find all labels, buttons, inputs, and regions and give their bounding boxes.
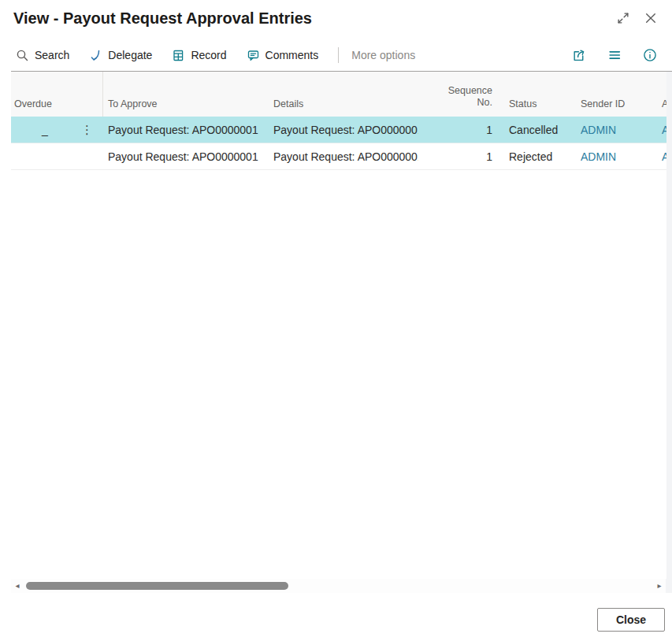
cell-overdue: _ ⋮ xyxy=(11,117,103,143)
column-header-to-approve[interactable]: To Approve xyxy=(103,72,269,117)
page-title: View - Payout Request Approval Entries xyxy=(13,9,616,28)
info-icon xyxy=(643,48,657,62)
column-header-sequence-no[interactable]: Sequence No. xyxy=(418,72,497,117)
cell-details: Payout Request: APO0000001 xyxy=(269,143,418,169)
record-button[interactable]: Record xyxy=(172,49,226,62)
dialog-title-bar: View - Payout Request Approval Entries xyxy=(0,0,672,36)
share-button[interactable] xyxy=(572,48,586,62)
overdue-value: _ xyxy=(42,124,48,136)
list-icon xyxy=(607,48,622,62)
search-icon xyxy=(16,49,29,62)
list-view-button[interactable] xyxy=(607,48,622,62)
cell-sender-id-link[interactable]: ADMIN xyxy=(576,143,657,169)
more-options-button[interactable]: More options xyxy=(351,49,415,61)
dialog-footer: Close xyxy=(0,593,672,641)
scroll-left-button[interactable]: ◂ xyxy=(11,579,24,593)
cell-sequence-no: 1 xyxy=(418,143,497,169)
table-row[interactable]: _ ⋮ Payout Request: APO0000001 Payout Re… xyxy=(11,117,672,143)
table-header-row: Overdue To Approve Details Sequence No. … xyxy=(11,72,672,117)
record-label: Record xyxy=(191,49,226,61)
cell-sequence-no: 1 xyxy=(418,117,497,143)
close-window-button[interactable] xyxy=(644,11,658,25)
info-button[interactable] xyxy=(643,48,657,62)
cell-details: Payout Request: APO0000001 xyxy=(269,117,418,143)
column-header-status[interactable]: Status xyxy=(497,72,576,117)
search-label: Search xyxy=(35,49,69,61)
close-button[interactable]: Close xyxy=(597,608,665,632)
cell-status: Rejected xyxy=(497,143,576,169)
approval-entries-table: Overdue To Approve Details Sequence No. … xyxy=(11,72,672,170)
scroll-right-button[interactable]: ▸ xyxy=(653,579,666,593)
cell-to-approve: Payout Request: APO0000001 xyxy=(103,143,269,169)
cell-overdue xyxy=(11,143,103,169)
comments-icon xyxy=(247,49,260,62)
toolbar-divider xyxy=(338,47,339,63)
column-header-sender-id[interactable]: Sender ID xyxy=(576,72,657,117)
column-header-details[interactable]: Details xyxy=(269,72,418,117)
horizontal-scrollbar[interactable]: ◂ ▸ xyxy=(11,579,666,593)
comments-label: Comments xyxy=(265,49,319,61)
scrollbar-corner xyxy=(666,579,672,593)
comments-button[interactable]: Comments xyxy=(247,49,319,62)
share-icon xyxy=(572,48,586,62)
expand-window-button[interactable] xyxy=(616,11,630,25)
table-row[interactable]: Payout Request: APO0000001 Payout Reques… xyxy=(11,143,672,170)
delegate-label: Delegate xyxy=(108,49,152,61)
horizontal-scrollbar-thumb[interactable] xyxy=(26,582,288,590)
delegate-button[interactable]: Delegate xyxy=(89,49,152,62)
record-icon xyxy=(172,49,185,62)
cell-status: Cancelled xyxy=(497,117,576,143)
cell-sender-id-link[interactable]: ADMIN xyxy=(576,117,657,143)
vertical-scrollbar-track[interactable] xyxy=(666,72,672,579)
close-icon xyxy=(644,11,658,25)
cell-to-approve: Payout Request: APO0000001 xyxy=(103,117,269,143)
search-button[interactable]: Search xyxy=(16,49,69,62)
action-toolbar: Search Delegate Record xyxy=(0,39,672,71)
expand-icon xyxy=(616,11,630,25)
delegate-icon xyxy=(89,49,102,62)
column-header-overdue[interactable]: Overdue xyxy=(11,72,103,117)
row-ellipsis-icon[interactable]: ⋮ xyxy=(81,124,93,135)
